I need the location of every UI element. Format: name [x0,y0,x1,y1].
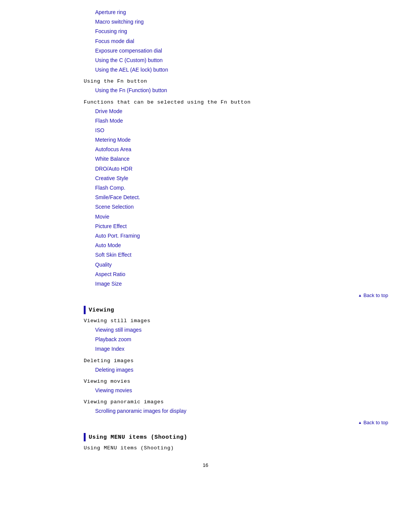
using-fn-button-section: Using the Fn button Using the Fn (Functi… [84,78,350,95]
link-dro-auto-hdr[interactable]: DRO/Auto HDR [95,164,350,174]
link-soft-skin-effect[interactable]: Soft Skin Effect [95,250,350,260]
deleting-images-links: Deleting images [84,365,350,375]
deleting-images-heading: Deleting images [84,358,350,364]
viewing-movies-section: Viewing movies Viewing movies [84,379,350,395]
viewing-section-title-bar: Viewing [84,306,350,314]
using-menu-section-title-bar: Using MENU items (Shooting) [84,433,350,441]
link-viewing-movies[interactable]: Viewing movies [95,386,350,395]
viewing-panoramic-heading: Viewing panoramic images [84,399,350,405]
link-flash-mode[interactable]: Flash Mode [95,116,350,126]
link-exposure-compensation-dial[interactable]: Exposure compensation dial [95,46,350,56]
using-fn-button-heading: Using the Fn button [84,78,350,84]
link-iso[interactable]: ISO [95,126,350,135]
link-metering-mode[interactable]: Metering Mode [95,135,350,145]
link-flash-comp[interactable]: Flash Comp. [95,183,350,193]
link-creative-style[interactable]: Creative Style [95,174,350,183]
link-picture-effect[interactable]: Picture Effect [95,222,350,231]
viewing-still-heading: Viewing still images [84,318,350,324]
viewing-title: Viewing [89,307,114,313]
top-links-list: Aperture ring Macro switching ring Focus… [84,8,350,75]
link-using-c-custom-button[interactable]: Using the C (Custom) button [95,56,350,65]
viewing-movies-heading: Viewing movies [84,379,350,384]
link-auto-port-framing[interactable]: Auto Port. Framing [95,231,350,241]
viewing-blue-bar [84,306,86,314]
link-viewing-still-images[interactable]: Viewing still images [95,325,350,335]
link-autofocus-area[interactable]: Autofocus Area [95,145,350,154]
using-menu-title: Using MENU items (Shooting) [89,434,187,441]
link-macro-switching-ring[interactable]: Macro switching ring [95,17,350,27]
link-aperture-ring[interactable]: Aperture ring [95,8,350,17]
fn-function-link-container: Using the Fn (Function) button [84,86,350,95]
deleting-images-section: Deleting images Deleting images [84,358,350,375]
using-menu-blue-bar [84,433,86,441]
viewing-panoramic-links: Scrolling panoramic images for display [84,406,350,416]
link-using-fn-function[interactable]: Using the Fn (Function) button [95,86,350,95]
content-area-menu: Using MENU items (Shooting) Using MENU i… [61,433,350,451]
functions-fn-heading: Functions that can be selected using the… [84,99,350,105]
viewing-panoramic-section: Viewing panoramic images Scrolling panor… [84,399,350,416]
back-to-top-link-1[interactable]: Back to top [358,292,388,298]
link-scrolling-panoramic[interactable]: Scrolling panoramic images for display [95,406,350,416]
link-using-ael-button[interactable]: Using the AEL (AE lock) button [95,65,350,75]
back-to-top-link-2[interactable]: Back to top [358,420,388,425]
link-scene-selection[interactable]: Scene Selection [95,202,350,212]
viewing-still-links: Viewing still images Playback zoom Image… [84,325,350,354]
functions-fn-section: Functions that can be selected using the… [84,99,350,289]
link-playback-zoom[interactable]: Playback zoom [95,335,350,344]
link-focusing-ring[interactable]: Focusing ring [95,27,350,36]
back-to-top-row-2: Back to top [0,420,411,425]
page-container: Aperture ring Macro switching ring Focus… [0,0,411,476]
link-aspect-ratio[interactable]: Aspect Ratio [95,270,350,279]
content-area: Aperture ring Macro switching ring Focus… [61,8,350,289]
link-drive-mode[interactable]: Drive Mode [95,107,350,116]
using-menu-sub-section: Using MENU items (Shooting) [84,445,350,451]
link-deleting-images[interactable]: Deleting images [95,365,350,375]
link-image-index[interactable]: Image Index [95,344,350,354]
fn-links-list: Drive Mode Flash Mode ISO Metering Mode … [84,107,350,289]
using-menu-sub-heading: Using MENU items (Shooting) [84,445,350,451]
link-auto-mode[interactable]: Auto Mode [95,241,350,250]
link-movie[interactable]: Movie [95,212,350,222]
link-white-balance[interactable]: White Balance [95,154,350,164]
viewing-movies-links: Viewing movies [84,386,350,395]
link-image-size[interactable]: Image Size [95,279,350,289]
content-area-viewing: Viewing Viewing still images Viewing sti… [61,306,350,416]
viewing-still-section: Viewing still images Viewing still image… [84,318,350,354]
link-smile-face-detect[interactable]: Smile/Face Detect. [95,193,350,202]
link-quality[interactable]: Quality [95,260,350,270]
back-to-top-row-1: Back to top [0,292,411,298]
page-number: 16 [0,462,411,468]
link-focus-mode-dial[interactable]: Focus mode dial [95,37,350,46]
